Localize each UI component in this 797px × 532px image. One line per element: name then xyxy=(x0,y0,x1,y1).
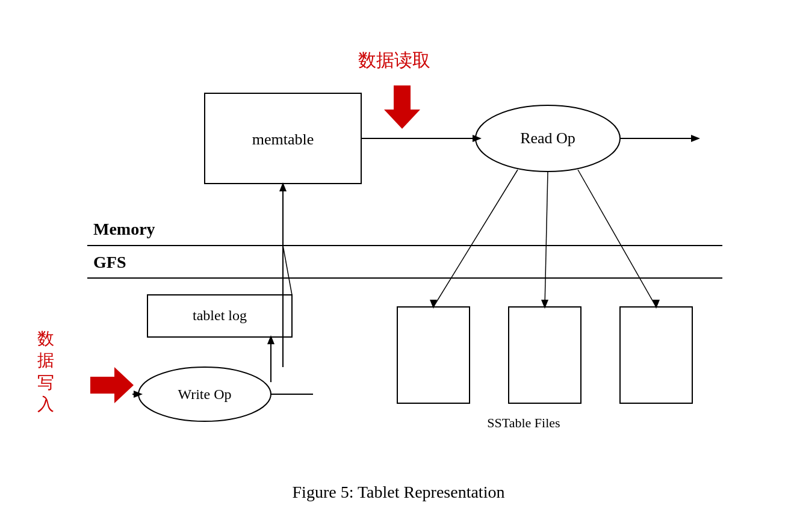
red-read-arrow xyxy=(384,85,420,129)
tabletlog-to-memtable-line xyxy=(283,246,292,295)
svg-marker-1 xyxy=(384,110,420,129)
gfs-label: GFS xyxy=(93,253,126,271)
readop-to-sstable1-line xyxy=(433,170,518,307)
svg-marker-3 xyxy=(114,367,134,403)
memory-label: Memory xyxy=(93,220,155,238)
sstable-box-2 xyxy=(509,307,581,403)
readop-to-sstable2-line xyxy=(545,172,548,307)
memtable-label: memtable xyxy=(252,131,314,148)
sstable-box-3 xyxy=(620,307,692,403)
figure-caption: Figure 5: Tablet Representation xyxy=(0,483,797,502)
svg-rect-2 xyxy=(90,377,114,394)
sstable-label: SSTable Files xyxy=(487,415,560,430)
readop-output-arrow xyxy=(691,135,700,142)
sstable-box-1 xyxy=(397,307,470,403)
tablet-log-label: tablet log xyxy=(193,308,247,323)
diagram-container: 数据读取 数据写入 memtable Read Op Write Op tabl… xyxy=(0,0,797,532)
main-diagram-svg: memtable Read Op Write Op tablet log SST… xyxy=(0,0,797,532)
red-write-arrow xyxy=(90,367,134,403)
svg-rect-0 xyxy=(394,85,411,110)
readop-to-sstable3-line xyxy=(578,170,656,307)
write-op-label: Write Op xyxy=(178,386,231,402)
read-op-label: Read Op xyxy=(520,129,575,147)
